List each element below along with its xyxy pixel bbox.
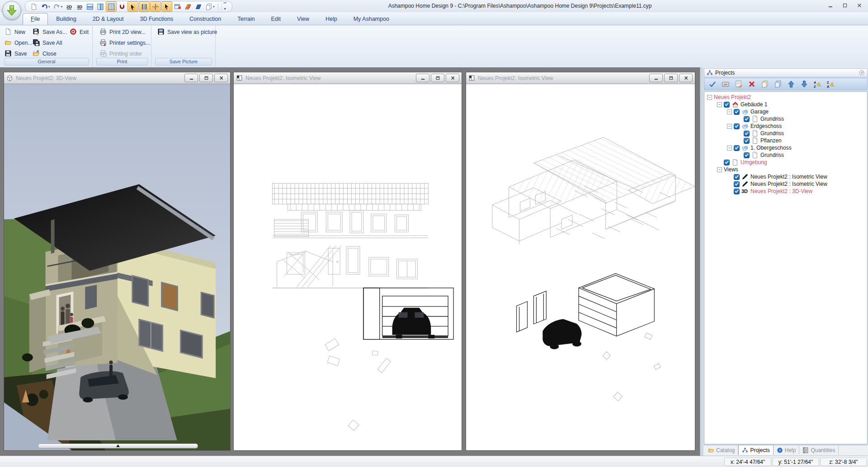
- tree-checkbox[interactable]: [744, 131, 750, 137]
- menu-item-save-all[interactable]: Save All: [31, 38, 69, 48]
- child-minimize-button[interactable]: [649, 74, 663, 82]
- grid-icon[interactable]: [106, 1, 117, 12]
- menu-item-print-2d-view[interactable]: Print 2D view...: [98, 27, 152, 38]
- ribbon-tab-edit[interactable]: Edit: [263, 13, 289, 25]
- tree-item-label[interactable]: Neues Projekt2 : 3D-View: [750, 188, 815, 194]
- menu-item-open[interactable]: Open...: [3, 38, 34, 48]
- tree-checkbox[interactable]: [724, 102, 730, 108]
- tree-expander-icon[interactable]: −: [727, 124, 732, 129]
- child-minimize-button[interactable]: [184, 74, 198, 82]
- tree-item-label[interactable]: Neues Projekt2 : Isometric View: [750, 174, 830, 180]
- tree-row[interactable]: −Garage: [704, 108, 867, 115]
- ribbon-tab-help[interactable]: Help: [317, 13, 345, 25]
- child-window-titlebar[interactable]: Neues Projekt2: Isometric View: [466, 72, 695, 84]
- tree-row[interactable]: Grundriss: [704, 151, 867, 159]
- view-rotation-slider[interactable]: [38, 443, 198, 448]
- panel-tab-projects[interactable]: Projects: [738, 445, 773, 455]
- ribbon-tab-3d-functions[interactable]: 3D Functions: [132, 13, 181, 25]
- sort-descending-icon[interactable]: ZA: [824, 79, 836, 90]
- tree-item-label[interactable]: Grundriss: [760, 116, 787, 122]
- tree-checkbox[interactable]: [734, 174, 740, 180]
- undo-icon[interactable]: ▾: [39, 2, 52, 11]
- tree-item-label[interactable]: Views: [724, 166, 741, 173]
- tree-item-label[interactable]: Grundriss: [760, 152, 787, 158]
- tree-item-label[interactable]: 1. Obergeschoss: [750, 145, 794, 151]
- copy-pages-icon[interactable]: ▾: [204, 2, 216, 11]
- tree-row[interactable]: 3DNeues Projekt2 : 3D-View: [704, 188, 867, 195]
- tree-checkbox[interactable]: [734, 189, 740, 194]
- properties-icon[interactable]: [732, 79, 745, 90]
- minimize-button[interactable]: [824, 1, 837, 10]
- menu-item-save-view-as-picture[interactable]: Save view as picture: [156, 27, 219, 38]
- child-restore-button[interactable]: [431, 74, 444, 82]
- tree-row[interactable]: −Views: [704, 166, 867, 173]
- redo-icon[interactable]: ▾: [52, 2, 64, 11]
- parallel-guides-icon[interactable]: [139, 1, 150, 12]
- ribbon-tab-terrain[interactable]: Terrain: [229, 13, 263, 25]
- view-canvas-isometric-1[interactable]: [234, 84, 462, 450]
- tree-item-label[interactable]: Pflanzen: [760, 137, 784, 144]
- child-close-button[interactable]: [214, 74, 228, 82]
- tree-row[interactable]: Pflanzen: [704, 137, 867, 144]
- ribbon-tab-view[interactable]: View: [289, 13, 317, 25]
- tree-item-label[interactable]: Grundriss: [760, 130, 787, 137]
- tree-item-label[interactable]: Erdgeschoss: [750, 123, 784, 129]
- close-button[interactable]: [853, 1, 866, 10]
- tree-row[interactable]: Umgebung: [704, 159, 867, 166]
- pin-icon[interactable]: [859, 70, 865, 76]
- tree-row[interactable]: Neues Projekt2 : Isometric View: [704, 180, 867, 188]
- tree-expander-icon[interactable]: −: [727, 109, 732, 114]
- child-close-button[interactable]: [679, 74, 693, 82]
- ribbon-tab-my-ashampoo[interactable]: My Ashampoo: [345, 13, 397, 25]
- tree-expander-icon[interactable]: −: [717, 102, 722, 107]
- tree-item-label[interactable]: Neues Projekt2 : Isometric View: [750, 181, 830, 187]
- tree-checkbox[interactable]: [744, 152, 750, 158]
- new-document-icon[interactable]: [29, 2, 39, 11]
- ribbon-tab-construction[interactable]: Construction: [181, 13, 229, 25]
- tree-item-label[interactable]: Neues Projekt2: [714, 94, 754, 100]
- move-down-icon[interactable]: [798, 79, 810, 90]
- copy-icon[interactable]: [759, 79, 771, 90]
- child-restore-button[interactable]: [664, 74, 678, 82]
- sort-ascending-icon[interactable]: AZ: [811, 79, 823, 90]
- tree-row[interactable]: Grundriss: [704, 130, 867, 137]
- tree-checkbox[interactable]: [734, 109, 740, 115]
- tree-row[interactable]: −Gebäude 1: [704, 101, 867, 108]
- tree-row[interactable]: −1. Obergeschoss: [704, 144, 867, 151]
- roof-texture-icon[interactable]: [183, 2, 193, 11]
- tree-row[interactable]: −Neues Projekt2: [704, 94, 867, 101]
- menu-item-save-as[interactable]: Save As...: [31, 27, 69, 38]
- select-rays-icon[interactable]: [127, 1, 138, 12]
- tree-item-label[interactable]: Garage: [750, 108, 771, 115]
- ribbon-tab-2d-layout[interactable]: 2D & Layout: [85, 13, 132, 25]
- tree-row[interactable]: −Erdgeschoss: [704, 123, 867, 130]
- tree-checkbox[interactable]: [734, 181, 740, 187]
- split-vertical-icon[interactable]: [95, 2, 105, 11]
- tree-checkbox[interactable]: [724, 160, 730, 165]
- child-window-titlebar[interactable]: Neues Projekt2: 3D-View: [4, 72, 230, 84]
- tree-expander-icon[interactable]: −: [717, 167, 722, 172]
- child-restore-button[interactable]: [199, 74, 213, 82]
- child-window-titlebar[interactable]: Neues Projekt2: Isometric View: [234, 72, 462, 84]
- delete-view-icon[interactable]: [173, 2, 183, 11]
- tree-checkbox[interactable]: [744, 116, 750, 122]
- tree-item-label[interactable]: Gebäude 1: [741, 101, 770, 108]
- view-canvas-isometric-2[interactable]: [466, 84, 695, 450]
- tree-expander-icon[interactable]: −: [707, 95, 712, 100]
- move-up-icon[interactable]: [785, 79, 797, 90]
- rename-icon[interactable]: abl: [719, 79, 731, 90]
- ribbon-tab-building[interactable]: Building: [48, 13, 84, 25]
- menu-item-exit[interactable]: Exit: [68, 27, 90, 38]
- ribbon-tab-file[interactable]: File: [23, 13, 48, 25]
- panel-tab-help[interactable]: ?Help: [774, 445, 800, 455]
- app-logo-button[interactable]: [2, 1, 21, 20]
- view-2d-icon[interactable]: 2D: [64, 2, 74, 11]
- tree-checkbox[interactable]: [734, 145, 740, 151]
- tree-row[interactable]: Neues Projekt2 : Isometric View: [704, 173, 867, 180]
- tree-expander-icon[interactable]: −: [727, 146, 732, 151]
- tree-row[interactable]: Grundriss: [704, 115, 867, 123]
- menu-item-printer-settings[interactable]: Printer settings...: [98, 38, 152, 48]
- maximize-button[interactable]: [838, 1, 852, 10]
- panel-tab-quantities[interactable]: Quantities: [799, 445, 839, 455]
- child-minimize-button[interactable]: [416, 74, 429, 82]
